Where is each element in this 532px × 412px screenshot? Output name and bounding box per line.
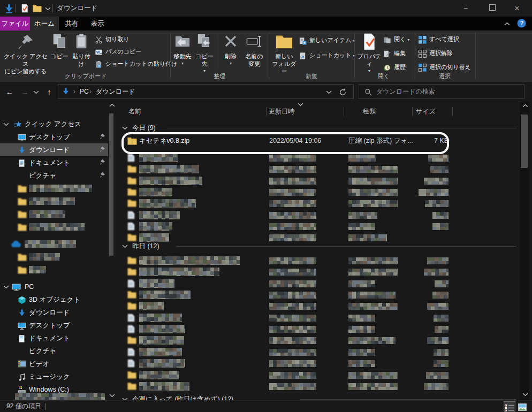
search-box[interactable]	[359, 84, 525, 99]
group-header-week[interactable]: 今週に入って (昨日は含めず) (12)	[122, 394, 233, 400]
file-row-redacted[interactable]	[0, 266, 519, 278]
file-row-selected[interactable]: キセテネv0.8.zip 2022/05/04 19:06 圧縮 (zip 形式…	[120, 134, 519, 148]
sidebar-item-0[interactable]: デスクトップ	[0, 131, 108, 143]
file-row-redacted[interactable]	[0, 335, 519, 346]
file-row-redacted[interactable]	[0, 198, 519, 209]
file-row-redacted[interactable]	[0, 164, 519, 175]
back-button[interactable]: ←	[2, 82, 17, 102]
new-folder-button[interactable]: 新しいフォルダー	[271, 32, 298, 75]
sidebar-section-quick-access[interactable]: クイック アクセス	[0, 118, 108, 131]
select-all-button[interactable]: すべて選択	[419, 34, 459, 45]
file-row-redacted[interactable]	[0, 221, 519, 232]
navigation-bar: ← → ↑ › PC › ダウンロード	[0, 82, 532, 102]
paste-shortcut-button[interactable]: ショートカットの貼り付け	[95, 58, 177, 70]
redacted-date	[269, 269, 316, 276]
file-row-redacted[interactable]	[0, 187, 519, 198]
maximize-button[interactable]	[483, 0, 501, 17]
tab-view[interactable]: 表示	[85, 17, 110, 30]
redacted-type	[348, 166, 398, 173]
thumbnail-view-button[interactable]	[516, 401, 528, 411]
file-row-redacted[interactable]	[0, 255, 519, 266]
open-button[interactable]: 開く ▾	[383, 34, 409, 45]
delete-button[interactable]: 削除▾	[221, 32, 241, 67]
help-icon[interactable]: ?	[517, 19, 526, 28]
details-view-button[interactable]	[504, 401, 515, 411]
qat-customize-chevron-icon[interactable]	[45, 7, 51, 11]
minimize-button[interactable]: −	[457, 0, 475, 17]
qat-properties-icon[interactable]	[20, 4, 29, 13]
group-label-select: 選択	[405, 71, 485, 81]
refresh-icon[interactable]	[339, 88, 347, 96]
open-icon	[383, 36, 391, 44]
tab-file[interactable]: ファイル	[0, 17, 30, 30]
sidebar-scroll-up-icon[interactable]	[109, 103, 115, 107]
copy-to-button[interactable]: コピー先▾	[193, 32, 216, 75]
properties-button[interactable]: プロパティ▾	[356, 32, 382, 75]
file-row-redacted[interactable]	[0, 210, 519, 221]
list-scrollbar-thumb[interactable]	[521, 115, 528, 168]
address-bar[interactable]: › PC › ダウンロード	[58, 84, 354, 99]
column-separator[interactable]	[266, 107, 267, 116]
close-button[interactable]: ×	[508, 0, 526, 17]
recent-locations-chevron-icon[interactable]	[33, 90, 39, 94]
up-button[interactable]: ↑	[42, 82, 57, 102]
file-row-redacted[interactable]	[0, 370, 519, 381]
sidebar-scroll-down-icon[interactable]	[109, 394, 115, 398]
redacted-date	[269, 155, 316, 162]
file-row-redacted[interactable]	[0, 152, 519, 164]
redacted-name	[139, 382, 189, 391]
search-input[interactable]	[375, 85, 516, 98]
file-row-redacted[interactable]	[0, 324, 519, 335]
copy-button[interactable]: コピー	[50, 32, 69, 60]
column-header-size[interactable]: サイズ	[416, 105, 436, 118]
column-separator[interactable]	[452, 107, 453, 116]
folder16-icon	[127, 233, 136, 241]
redacted-date	[269, 303, 316, 310]
address-dropdown-chevron-icon[interactable]	[326, 90, 332, 94]
new-shortcut-button[interactable]: ショートカット ▾	[299, 50, 355, 61]
move-to-button[interactable]: 移動先▾	[172, 32, 193, 67]
collapse-ribbon-chevron-icon[interactable]	[504, 22, 510, 26]
new-item-button[interactable]: 新しいアイテム ▾	[299, 35, 355, 46]
copy-path-button[interactable]: Wパスのコピー	[95, 46, 141, 57]
tab-home[interactable]: ホーム	[30, 17, 59, 30]
file-row-redacted[interactable]	[0, 176, 519, 187]
group-header-today[interactable]: 今日 (9)	[122, 123, 156, 133]
column-header-name[interactable]: 名前	[128, 105, 141, 118]
file-row-redacted[interactable]	[0, 301, 519, 312]
status-bar: 92 個の項目 |	[0, 400, 532, 412]
redacted-type	[348, 212, 377, 219]
folder16-icon	[127, 165, 136, 173]
forward-button[interactable]: →	[17, 82, 32, 102]
file-row-redacted[interactable]	[0, 289, 519, 301]
folder16-icon	[127, 291, 136, 299]
breadcrumb-downloads[interactable]: ダウンロード	[96, 85, 135, 98]
breadcrumb-pc[interactable]: PC	[80, 85, 89, 98]
qat-folder-icon[interactable]	[33, 4, 42, 12]
file-row-redacted[interactable]	[0, 312, 519, 324]
column-header-date[interactable]: 更新日時	[269, 105, 294, 118]
list-scrollbar[interactable]	[520, 102, 529, 400]
column-separator[interactable]	[412, 107, 413, 116]
column-header-type[interactable]: 種類	[363, 105, 376, 118]
rename-button[interactable]: 名前の変更	[241, 32, 267, 67]
list-scroll-down-icon[interactable]	[522, 393, 528, 396]
list-scroll-up-icon[interactable]	[522, 104, 528, 108]
file-row-redacted[interactable]	[0, 278, 519, 289]
plainfile-icon	[127, 325, 135, 333]
paste-button[interactable]: 貼り付け	[70, 32, 93, 67]
cut-button[interactable]: 切り取り	[95, 34, 130, 45]
select-none-button[interactable]: 選択解除	[419, 48, 453, 59]
redacted-type	[348, 178, 398, 185]
redacted-type	[348, 360, 375, 367]
tab-share[interactable]: 共有	[59, 17, 85, 30]
file-row-redacted[interactable]	[0, 358, 519, 369]
column-separator[interactable]	[344, 107, 344, 116]
group-header-yesterday[interactable]: 昨日 (12)	[122, 241, 159, 251]
pin-to-quick-access-button[interactable]: クイック アクセスにピン留めする	[3, 32, 49, 75]
file-row-redacted[interactable]	[0, 347, 519, 358]
file-row-redacted[interactable]	[0, 381, 519, 392]
edit-button[interactable]: 編集	[383, 48, 406, 59]
redacted-name	[139, 154, 178, 162]
file-row-redacted[interactable]	[0, 232, 519, 243]
